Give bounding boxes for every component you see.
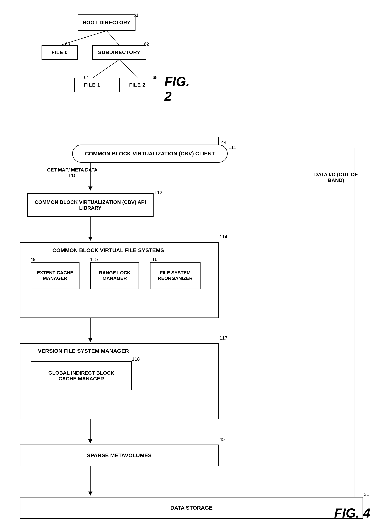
vfsm-label: VERSION FILE SYSTEM MANAGER	[38, 348, 129, 354]
file0-label: FILE 0	[51, 50, 68, 55]
data-storage-box: DATA STORAGE	[20, 497, 363, 519]
file-sys-reorg-label: FILE SYSTEM REORGANIZER	[158, 270, 193, 281]
ref-118: 118	[132, 356, 140, 362]
svg-marker-13	[88, 338, 93, 342]
svg-line-3	[119, 60, 138, 78]
cbv-client-label: COMMON BLOCK VIRTUALIZATION (CBV) CLIENT	[85, 151, 215, 157]
file-sys-reorg-box: FILE SYSTEM REORGANIZER	[150, 262, 201, 289]
subdirectory-label: SUBDIRECTORY	[98, 50, 140, 55]
arrow-sparse-to-storage	[85, 466, 96, 499]
ref-62: 62	[144, 42, 149, 47]
arrow-cbvfs-to-vfsm	[85, 318, 96, 345]
svg-line-1	[107, 31, 119, 45]
cbvfs-label: COMMON BLOCK VIRTUAL FILE SYSTEMS	[52, 247, 164, 253]
sparse-metavolumes-label: SPARSE METAVOLUMES	[87, 452, 152, 458]
extent-cache-label: EXTENT CACHE MANAGER	[37, 270, 73, 281]
cbv-api-box: COMMON BLOCK VIRTUALIZATION (CBV) API LI…	[27, 193, 154, 217]
svg-marker-15	[88, 439, 93, 443]
file1-box: FILE 1	[74, 78, 110, 92]
ref-49: 49	[30, 257, 36, 262]
subdirectory-box: SUBDIRECTORY	[92, 45, 146, 60]
arrow-vfsm-to-sparse	[85, 419, 96, 446]
ref-117: 117	[219, 335, 227, 341]
ref-116: 116	[149, 257, 157, 262]
fig2-title: FIG. 2	[164, 74, 190, 104]
ref-114: 114	[219, 234, 227, 240]
ref-64: 64	[84, 75, 89, 80]
ref-115: 115	[90, 257, 98, 262]
file0-box: FILE 0	[42, 45, 78, 60]
fig4-title: FIG. 4	[334, 506, 370, 520]
gibcm-box: GLOBAL INDIRECT BLOCK CACHE MANAGER	[31, 361, 132, 390]
ref-65: 65	[153, 75, 158, 80]
fig4-area: 44 COMMON BLOCK VIRTUALIZATION (CBV) CLI…	[9, 130, 381, 524]
range-lock-box: RANGE LOCK MANAGER	[90, 262, 139, 289]
sparse-metavolumes-box: SPARSE METAVOLUMES	[20, 445, 219, 466]
fig2-area: ROOT DIRECTORY 61 FILE 0 63 SUBDIRECTORY…	[27, 5, 190, 118]
arrow-api-to-cbvfs	[85, 217, 96, 244]
ref-61: 61	[134, 13, 139, 18]
ref-112: 112	[154, 190, 162, 195]
ref-45: 45	[219, 437, 225, 442]
root-directory-box: ROOT DIRECTORY	[78, 14, 135, 31]
gibcm-label: GLOBAL INDIRECT BLOCK CACHE MANAGER	[48, 370, 114, 382]
svg-marker-11	[88, 237, 93, 241]
ref-63: 63	[65, 42, 70, 47]
file2-label: FILE 2	[129, 82, 145, 88]
cbv-client-box: COMMON BLOCK VIRTUALIZATION (CBV) CLIENT	[72, 145, 228, 163]
svg-marker-7	[88, 187, 93, 191]
data-io-line	[349, 148, 359, 506]
arrow-client-to-api	[85, 163, 96, 193]
svg-line-2	[93, 60, 119, 78]
diagram-container: ROOT DIRECTORY 61 FILE 0 63 SUBDIRECTORY…	[0, 0, 392, 532]
ref-31: 31	[364, 491, 369, 497]
file2-box: FILE 2	[119, 78, 155, 92]
extent-cache-box: EXTENT CACHE MANAGER	[31, 262, 79, 289]
cbv-api-label: COMMON BLOCK VIRTUALIZATION (CBV) API LI…	[28, 199, 153, 211]
range-lock-label: RANGE LOCK MANAGER	[99, 270, 131, 281]
data-storage-label: DATA STORAGE	[170, 505, 213, 511]
file1-label: FILE 1	[84, 82, 100, 88]
svg-marker-17	[88, 491, 93, 496]
root-directory-label: ROOT DIRECTORY	[83, 20, 131, 25]
ref-111: 111	[229, 145, 236, 150]
